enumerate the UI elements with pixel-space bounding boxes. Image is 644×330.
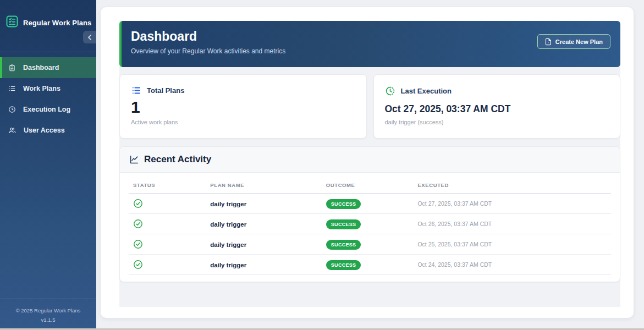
- total-plans-card: Total Plans 1 Active work plans: [119, 74, 367, 139]
- plan-name: daily trigger: [210, 221, 246, 228]
- stats-row: Total Plans 1 Active work plans Last Exe…: [119, 74, 620, 139]
- sidebar: Regular Work Plans Dashboard Work Plans: [0, 0, 96, 328]
- app-title: Regular Work Plans: [23, 19, 91, 27]
- plan-name: daily trigger: [210, 262, 246, 268]
- sidebar-item-label: Execution Log: [23, 106, 70, 113]
- line-chart-icon: [129, 155, 139, 164]
- column-header-plan-name: PLAN NAME: [206, 174, 321, 194]
- executed-timestamp: Oct 27, 2025, 03:37 AM CDT: [413, 194, 611, 214]
- clock-icon: [385, 86, 395, 96]
- sidebar-nav: Dashboard Work Plans Execution Log User …: [0, 57, 96, 141]
- sidebar-item-label: Work Plans: [23, 85, 60, 92]
- executed-timestamp: Oct 26, 2025, 03:37 AM CDT: [413, 214, 611, 234]
- check-circle-icon: [133, 199, 143, 208]
- version-text: v1.1.5: [0, 315, 96, 324]
- dashboard-icon: [8, 64, 16, 72]
- status-cell: [129, 214, 206, 234]
- status-badge: SUCCESS: [326, 219, 361, 229]
- status-cell: [129, 234, 206, 255]
- table-row: daily trigger SUCCESS Oct 24, 2025, 03:3…: [129, 255, 611, 275]
- recent-activity-header: Recent Activity: [120, 147, 620, 173]
- status-badge: SUCCESS: [326, 199, 361, 209]
- sidebar-item-dashboard[interactable]: Dashboard: [0, 57, 96, 78]
- list-icon: [131, 86, 141, 95]
- column-header-outcome: OUTCOME: [322, 174, 414, 194]
- executed-timestamp: Oct 25, 2025, 03:37 AM CDT: [413, 234, 611, 255]
- stat-description: daily trigger (success): [385, 119, 609, 125]
- status-cell: [129, 255, 206, 275]
- table-row: daily trigger SUCCESS Oct 25, 2025, 03:3…: [129, 234, 611, 255]
- sidebar-item-label: User Access: [24, 127, 65, 134]
- create-new-plan-button[interactable]: Create New Plan: [537, 34, 610, 49]
- sidebar-collapse-button[interactable]: [83, 31, 96, 43]
- users-icon: [8, 127, 16, 134]
- check-circle-icon: [133, 219, 143, 229]
- executed-timestamp: Oct 24, 2025, 03:37 AM CDT: [413, 255, 611, 275]
- stat-label: Last Execution: [401, 87, 452, 95]
- sidebar-header: Regular Work Plans: [0, 0, 96, 52]
- status-badge: SUCCESS: [326, 240, 361, 250]
- main-panel: Dashboard Overview of your Regular Work …: [101, 7, 634, 318]
- page-header-banner: Dashboard Overview of your Regular Work …: [119, 21, 620, 67]
- sidebar-item-work-plans[interactable]: Work Plans: [0, 78, 96, 99]
- stat-card-header: Total Plans: [131, 86, 355, 95]
- sidebar-item-execution-log[interactable]: Execution Log: [0, 99, 96, 120]
- check-circle-icon: [133, 260, 143, 270]
- stat-card-header: Last Execution: [385, 86, 609, 96]
- app-logo-row: Regular Work Plans: [0, 0, 96, 30]
- app-logo-icon: [5, 15, 19, 30]
- content-area: Dashboard Overview of your Regular Work …: [119, 21, 620, 307]
- table-header-row: STATUS PLAN NAME OUTCOME EXECUTED: [129, 174, 611, 194]
- file-icon: [545, 38, 552, 46]
- recent-activity-card: Recent Activity STATUS PLAN NAME OUTCOME…: [119, 146, 620, 282]
- clock-icon: [8, 106, 16, 113]
- page-subtitle: Overview of your Regular Work activities…: [131, 47, 609, 55]
- sidebar-item-user-access[interactable]: User Access: [0, 120, 96, 141]
- sidebar-item-label: Dashboard: [23, 64, 59, 72]
- create-new-plan-label: Create New Plan: [555, 38, 603, 45]
- column-header-executed: EXECUTED: [413, 174, 611, 194]
- last-execution-value: Oct 27, 2025, 03:37 AM CDT: [385, 103, 609, 115]
- stat-label: Total Plans: [147, 86, 184, 95]
- activity-table-wrap: STATUS PLAN NAME OUTCOME EXECUTED: [120, 173, 620, 282]
- recent-activity-title: Recent Activity: [144, 154, 211, 165]
- table-row: daily trigger SUCCESS Oct 26, 2025, 03:3…: [129, 214, 611, 234]
- column-header-status: STATUS: [129, 174, 206, 194]
- table-row: daily trigger SUCCESS Oct 27, 2025, 03:3…: [129, 194, 611, 214]
- total-plans-value: 1: [131, 98, 355, 116]
- stat-description: Active work plans: [131, 119, 355, 125]
- last-execution-card: Last Execution Oct 27, 2025, 03:37 AM CD…: [373, 74, 621, 139]
- chevron-left-icon: [87, 34, 92, 41]
- activity-table: STATUS PLAN NAME OUTCOME EXECUTED: [129, 174, 611, 275]
- status-cell: [129, 194, 206, 214]
- plan-name: daily trigger: [210, 241, 246, 248]
- list-icon: [8, 85, 16, 92]
- plan-name: daily trigger: [210, 201, 246, 207]
- status-badge: SUCCESS: [326, 260, 361, 270]
- copyright-text: © 2025 Regular Work Plans: [0, 306, 96, 315]
- sidebar-footer: © 2025 Regular Work Plans v1.1.5: [0, 299, 96, 328]
- check-circle-icon: [133, 239, 143, 249]
